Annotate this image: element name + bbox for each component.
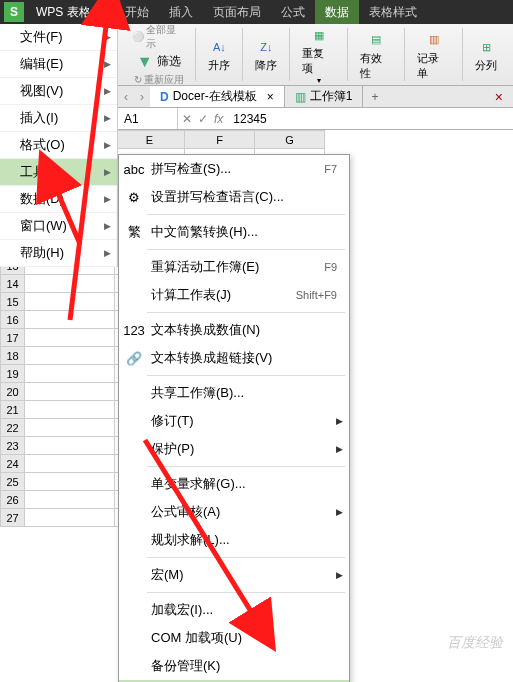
- ribbon-tab-5[interactable]: 表格样式: [359, 0, 427, 24]
- cell[interactable]: [25, 347, 115, 365]
- filemenu-item-0[interactable]: 文件(F)▶: [0, 24, 117, 51]
- row-header-18[interactable]: 18: [1, 347, 25, 365]
- submenu-item-8[interactable]: 123文本转换成数值(N): [119, 316, 349, 344]
- cell[interactable]: [25, 401, 115, 419]
- row-header-16[interactable]: 16: [1, 311, 25, 329]
- ribbon-tab-4[interactable]: 数据: [315, 0, 359, 24]
- row-header-21[interactable]: 21: [1, 401, 25, 419]
- show-all-button[interactable]: ⚪全部显示: [128, 21, 189, 53]
- menu-item-label: COM 加载项(U): [151, 629, 242, 647]
- submenu-item-19[interactable]: 宏(M)▶: [119, 561, 349, 589]
- cell[interactable]: [25, 275, 115, 293]
- sort-asc-button[interactable]: A↓升序: [202, 34, 236, 75]
- menu-item-icon: abc: [125, 160, 143, 178]
- cell[interactable]: [25, 509, 115, 527]
- submenu-item-21[interactable]: 加载宏(I)...: [119, 596, 349, 624]
- submenu-item-15[interactable]: 单变量求解(G)...: [119, 470, 349, 498]
- row-header-17[interactable]: 17: [1, 329, 25, 347]
- filter-label[interactable]: 筛选: [157, 53, 181, 70]
- cell[interactable]: [25, 365, 115, 383]
- cell[interactable]: [25, 329, 115, 347]
- submenu-item-1[interactable]: ⚙设置拼写检查语言(C)...: [119, 183, 349, 211]
- row-header-26[interactable]: 26: [1, 491, 25, 509]
- submenu-item-23[interactable]: 备份管理(K): [119, 652, 349, 680]
- menu-item-label: 共享工作簿(B)...: [151, 384, 244, 402]
- row-header-14[interactable]: 14: [1, 275, 25, 293]
- submenu-item-11[interactable]: 共享工作簿(B)...: [119, 379, 349, 407]
- docer-icon: D: [160, 90, 169, 104]
- menu-separator: [147, 249, 345, 250]
- row-header-24[interactable]: 24: [1, 455, 25, 473]
- app-title: WPS 表格: [28, 4, 99, 21]
- row-header-19[interactable]: 19: [1, 365, 25, 383]
- menu-separator: [147, 312, 345, 313]
- doctab-nav-left[interactable]: ‹: [118, 90, 134, 104]
- cell[interactable]: [25, 455, 115, 473]
- doctab-workbook[interactable]: ▥工作簿1: [285, 86, 364, 107]
- row-header-15[interactable]: 15: [1, 293, 25, 311]
- filemenu-item-8[interactable]: 帮助(H)▶: [0, 240, 117, 267]
- submenu-item-5[interactable]: 重算活动工作簿(E)F9: [119, 253, 349, 281]
- submenu-item-12[interactable]: 修订(T)▶: [119, 407, 349, 435]
- submenu-item-16[interactable]: 公式审核(A)▶: [119, 498, 349, 526]
- menu-shortcut: F7: [324, 163, 341, 175]
- submenu-item-0[interactable]: abc拼写检查(S)...F7: [119, 155, 349, 183]
- filemenu-item-7[interactable]: 窗口(W)▶: [0, 213, 117, 240]
- row-header-25[interactable]: 25: [1, 473, 25, 491]
- record-icon: ▥: [423, 29, 445, 51]
- chevron-right-icon: ▶: [104, 221, 111, 231]
- doctab-docer[interactable]: DDocer-在线模板×: [150, 86, 285, 107]
- formula-value[interactable]: 12345: [227, 112, 272, 126]
- submenu-item-6[interactable]: 计算工作表(J)Shift+F9: [119, 281, 349, 309]
- ribbon-tab-3[interactable]: 公式: [271, 0, 315, 24]
- col-header-F[interactable]: F: [185, 131, 255, 149]
- cell[interactable]: [25, 491, 115, 509]
- filemenu-item-5[interactable]: 工具(T)▶: [0, 159, 117, 186]
- sort-desc-button[interactable]: Z↓降序: [249, 34, 283, 75]
- app-dropdown-icon[interactable]: ▾: [99, 5, 115, 19]
- chevron-right-icon: ▶: [104, 140, 111, 150]
- sort-asc-icon: A↓: [208, 36, 230, 58]
- filter-icon: ▼: [137, 53, 153, 71]
- row-header-23[interactable]: 23: [1, 437, 25, 455]
- fx-accept-icon[interactable]: ✓: [198, 112, 208, 126]
- fx-icon[interactable]: fx: [214, 112, 223, 126]
- sheet-icon: ▥: [295, 90, 306, 104]
- submenu-item-9[interactable]: 🔗文本转换成超链接(V): [119, 344, 349, 372]
- filemenu-item-6[interactable]: 数据(D)▶: [0, 186, 117, 213]
- app-icon: S: [4, 2, 24, 22]
- row-header-20[interactable]: 20: [1, 383, 25, 401]
- menu-item-label: 备份管理(K): [151, 657, 220, 675]
- split-button[interactable]: ⊞分列: [469, 34, 503, 75]
- cell[interactable]: [25, 473, 115, 491]
- filemenu-item-4[interactable]: 格式(O)▶: [0, 132, 117, 159]
- cell[interactable]: [25, 383, 115, 401]
- filemenu-item-3[interactable]: 插入(I)▶: [0, 105, 117, 132]
- row-header-27[interactable]: 27: [1, 509, 25, 527]
- col-header-G[interactable]: G: [255, 131, 325, 149]
- cell[interactable]: [25, 311, 115, 329]
- submenu-item-22[interactable]: COM 加载项(U): [119, 624, 349, 652]
- cell[interactable]: [25, 293, 115, 311]
- fx-cancel-icon[interactable]: ✕: [182, 112, 192, 126]
- menu-separator: [147, 214, 345, 215]
- row-header-22[interactable]: 22: [1, 419, 25, 437]
- close-icon[interactable]: ×: [267, 90, 274, 104]
- filemenu-item-2[interactable]: 视图(V)▶: [0, 78, 117, 105]
- doctab-nav-right[interactable]: ›: [134, 90, 150, 104]
- col-header-E[interactable]: E: [115, 131, 185, 149]
- cell[interactable]: [25, 437, 115, 455]
- add-tab-button[interactable]: +: [363, 90, 386, 104]
- close-all-button[interactable]: ×: [485, 89, 513, 105]
- record-button[interactable]: ▥记录单: [411, 27, 456, 83]
- duplicates-button[interactable]: ▦重复项▾: [296, 22, 341, 87]
- submenu-item-13[interactable]: 保护(P)▶: [119, 435, 349, 463]
- submenu-item-3[interactable]: 繁中文简繁转换(H)...: [119, 218, 349, 246]
- ribbon-tab-2[interactable]: 页面布局: [203, 0, 271, 24]
- cell[interactable]: [25, 419, 115, 437]
- tools-submenu: abc拼写检查(S)...F7⚙设置拼写检查语言(C)...繁中文简繁转换(H)…: [118, 154, 350, 682]
- filemenu-item-1[interactable]: 编辑(E)▶: [0, 51, 117, 78]
- submenu-item-17[interactable]: 规划求解(L)...: [119, 526, 349, 554]
- validity-button[interactable]: ▤有效性: [354, 27, 399, 83]
- cell-reference[interactable]: A1: [118, 108, 178, 129]
